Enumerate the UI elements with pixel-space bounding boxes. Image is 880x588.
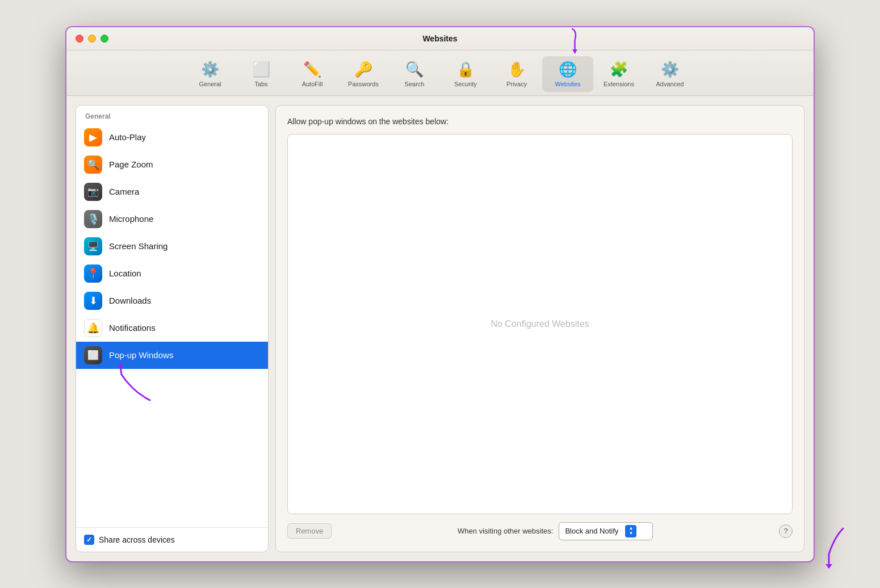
advanced-icon: ⚙️ [661, 61, 679, 78]
privacy-icon: ✋ [508, 61, 526, 78]
location-icon: 📍 [84, 264, 102, 283]
websites-list: No Configured Websites [287, 134, 793, 514]
tab-privacy[interactable]: ✋ Privacy [491, 56, 542, 92]
visiting-label: When visiting other websites: [458, 527, 553, 535]
traffic-lights [76, 35, 108, 43]
share-label: Share across devices [99, 535, 175, 544]
up-arrow-icon: ▲ [628, 526, 633, 531]
down-arrow-icon: ▼ [628, 531, 633, 536]
pagezoom-icon: 🔍 [84, 156, 102, 174]
security-icon: 🔒 [456, 61, 475, 78]
tab-security[interactable]: 🔒 Security [440, 56, 491, 92]
browser-window: Websites ⚙️ General ⬜ Tabs ✏️ AutoFill 🔑… [65, 26, 815, 562]
sidebar: General ▶ Auto-Play 🔍 Page Zoom 📷 Camera [76, 105, 269, 552]
sidebar-footer: Share across devices [76, 527, 268, 552]
search-label: Search [405, 81, 425, 87]
sidebar-item-notifications[interactable]: 🔔 Notifications [76, 314, 268, 342]
sidebar-item-camera[interactable]: 📷 Camera [76, 178, 268, 205]
pagezoom-label: Page Zoom [109, 159, 153, 169]
autofill-label: AutoFill [302, 81, 323, 87]
tab-advanced[interactable]: ⚙️ Advanced [644, 56, 695, 92]
screensharing-label: Screen Sharing [109, 241, 167, 251]
sidebar-item-pagezoom[interactable]: 🔍 Page Zoom [76, 151, 268, 178]
popupwindows-label: Pop-up Windows [109, 350, 173, 360]
websites-icon: 🌐 [559, 61, 577, 78]
help-button[interactable]: ? [779, 524, 793, 538]
search-icon: 🔍 [405, 61, 424, 78]
title-bar: Websites [66, 27, 814, 51]
sidebar-item-microphone[interactable]: 🎙️ Microphone [76, 205, 268, 233]
security-label: Security [454, 81, 477, 87]
maximize-button[interactable] [100, 35, 108, 43]
tab-autofill[interactable]: ✏️ AutoFill [287, 56, 338, 92]
tab-tabs[interactable]: ⬜ Tabs [236, 56, 287, 92]
sidebar-item-screensharing[interactable]: 🖥️ Screen Sharing [76, 233, 268, 260]
svg-marker-1 [117, 363, 124, 366]
general-icon: ⚙️ [201, 61, 219, 78]
autoplay-icon: ▶ [84, 128, 102, 146]
sidebar-item-autoplay[interactable]: ▶ Auto-Play [76, 124, 268, 151]
autofill-icon: ✏️ [303, 61, 321, 78]
main-panel: Allow pop-up windows on the websites bel… [275, 105, 804, 552]
microphone-label: Microphone [109, 214, 153, 224]
tab-websites[interactable]: 🌐 Websites [542, 56, 593, 92]
tab-extensions[interactable]: 🧩 Extensions [593, 56, 644, 92]
arrow-to-popup [110, 363, 156, 403]
main-heading: Allow pop-up windows on the websites bel… [287, 117, 793, 126]
window-title: Websites [422, 34, 457, 43]
empty-message: No Configured Websites [491, 319, 589, 329]
privacy-label: Privacy [506, 81, 527, 87]
remove-button[interactable]: Remove [287, 523, 332, 539]
footer-right: When visiting other websites: Block and … [458, 522, 653, 540]
microphone-icon: 🎙️ [84, 210, 102, 228]
downloads-label: Downloads [109, 296, 151, 305]
extensions-icon: 🧩 [610, 61, 628, 78]
autoplay-label: Auto-Play [109, 132, 146, 142]
sidebar-item-location[interactable]: 📍 Location [76, 260, 268, 287]
websites-label: Websites [555, 81, 580, 87]
general-label: General [199, 81, 221, 87]
camera-label: Camera [109, 187, 139, 196]
toolbar: ⚙️ General ⬜ Tabs ✏️ AutoFill 🔑 Password… [66, 51, 814, 96]
block-notify-dropdown[interactable]: Block and Notify ▲ ▼ [559, 522, 653, 540]
arrow-to-dropdown [801, 526, 815, 562]
minimize-button[interactable] [88, 35, 96, 43]
downloads-icon: ⬇ [84, 292, 102, 310]
advanced-label: Advanced [656, 81, 684, 87]
dropdown-value: Block and Notify [565, 527, 618, 535]
dropdown-arrows: ▲ ▼ [625, 525, 636, 537]
svg-marker-0 [572, 49, 577, 54]
screensharing-icon: 🖥️ [84, 237, 102, 255]
popupwindows-icon: ⬜ [84, 346, 102, 364]
sidebar-item-popupwindows[interactable]: ⬜ Pop-up Windows [76, 342, 268, 369]
camera-icon: 📷 [84, 183, 102, 201]
passwords-label: Passwords [348, 81, 379, 87]
arrow-to-websites [554, 27, 582, 55]
notifications-icon: 🔔 [84, 319, 102, 337]
passwords-icon: 🔑 [354, 61, 372, 78]
notifications-label: Notifications [109, 323, 156, 333]
content-area: General ▶ Auto-Play 🔍 Page Zoom 📷 Camera [66, 96, 814, 561]
tabs-icon: ⬜ [252, 61, 270, 78]
main-footer: Remove When visiting other websites: Blo… [287, 522, 793, 540]
share-checkbox[interactable] [84, 535, 94, 545]
tab-general[interactable]: ⚙️ General [185, 56, 236, 92]
tab-passwords[interactable]: 🔑 Passwords [338, 56, 389, 92]
extensions-label: Extensions [604, 81, 634, 87]
tab-search[interactable]: 🔍 Search [389, 56, 440, 92]
sidebar-section-header: General [76, 106, 268, 124]
close-button[interactable] [76, 35, 83, 43]
sidebar-item-downloads[interactable]: ⬇ Downloads [76, 287, 268, 314]
location-label: Location [109, 268, 141, 278]
tabs-label: Tabs [254, 81, 267, 87]
